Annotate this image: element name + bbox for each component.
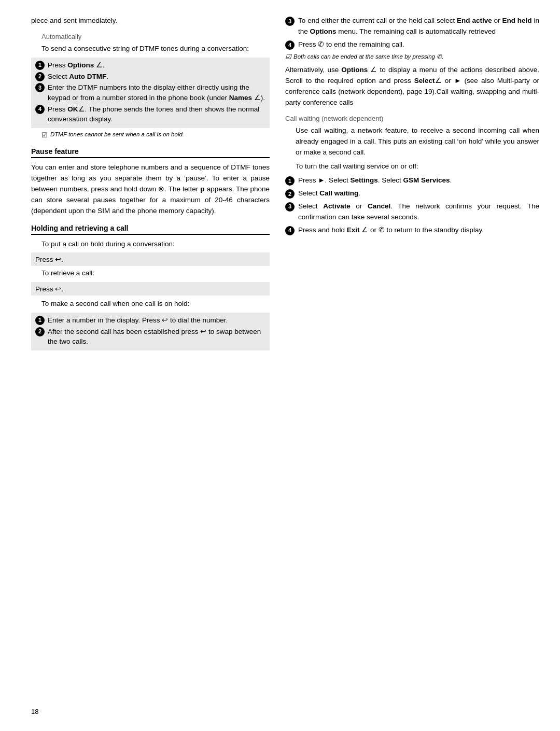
- left-column: piece and sent immediately. Automaticall…: [31, 16, 270, 715]
- hold-step-circle-2: 2: [35, 327, 45, 336]
- cw-step-4-text: Press and hold Exit ∠ or ✆ to return to …: [298, 225, 539, 236]
- both-calls-note: ☑ Both calls can be ended at the same ti…: [285, 52, 539, 62]
- call-waiting-intro: Use call waiting, a network feature, to …: [285, 125, 539, 158]
- auto-step-2: 2 Select Auto DTMF.: [35, 72, 265, 82]
- step-circle-2: 2: [35, 72, 45, 81]
- cw-step-circle-1: 1: [285, 176, 295, 186]
- alt-text: Alternatively, use Options ∠ to display …: [285, 65, 539, 108]
- dtmf-note-text: DTMF tones cannot be sent when a call is…: [50, 130, 270, 138]
- cw-step-3-text: Select Activate or Cancel. The network c…: [298, 201, 539, 223]
- call-waiting-heading: Call waiting (network dependent): [285, 114, 539, 124]
- auto-dtmf-steps-box: 1 Press Options ∠. 2 Select Auto DTMF. 3…: [31, 58, 270, 128]
- note-checkbox-icon: ☑: [41, 131, 48, 140]
- step-circle-1: 1: [35, 61, 45, 70]
- cw-step-4: 4 Press and hold Exit ∠ or ✆ to return t…: [285, 225, 539, 236]
- cw-step-1: 1 Press ►. Select Settings. Select GSM S…: [285, 175, 539, 186]
- auto-step-2-text: Select Auto DTMF.: [48, 72, 265, 82]
- retrieve-label: To retrieve a call:: [31, 268, 270, 279]
- cw-step-3: 3 Select Activate or Cancel. The network…: [285, 201, 539, 223]
- dtmf-note: ☑ DTMF tones cannot be sent when a call …: [31, 130, 270, 140]
- cw-step-2: 2 Select Call waiting.: [285, 188, 539, 199]
- right-step-3-text: To end either the current call or the he…: [298, 16, 539, 37]
- auto-step-1: 1 Press Options ∠.: [35, 60, 265, 71]
- hold-step-2-text: After the second call has been establish…: [48, 327, 265, 347]
- second-call-label: To make a second call when one call is o…: [31, 299, 270, 310]
- cw-step-circle-4: 4: [285, 226, 295, 235]
- hold-step-2: 2 After the second call has been establi…: [35, 327, 265, 347]
- press-hold-text: Press ↩.: [35, 256, 63, 263]
- hold-section-heading: Holding and retrieving a call: [31, 224, 270, 235]
- press-retrieve-text: Press ↩.: [35, 285, 63, 293]
- call-waiting-turn-on-off: To turn the call waiting service on or o…: [285, 161, 539, 172]
- right-column: 3 To end either the current call or the …: [285, 16, 539, 715]
- right-step-circle-4: 4: [285, 40, 295, 50]
- auto-step-4: 4 Press OK∠. The phone sends the tones a…: [35, 104, 265, 124]
- auto-step-4-text: Press OK∠. The phone sends the tones and…: [48, 104, 265, 124]
- hold-intro: To put a call on hold during a conversat…: [31, 239, 270, 250]
- right-step-4: 4 Press ✆ to end the remaining call.: [285, 39, 539, 50]
- right-step-3: 3 To end either the current call or the …: [285, 16, 539, 37]
- hold-step-1-text: Enter a number in the display. Press ↩ t…: [48, 315, 265, 326]
- hold-step-circle-1: 1: [35, 316, 45, 325]
- auto-step-1-text: Press Options ∠.: [48, 60, 265, 71]
- both-calls-note-text: Both calls can be ended at the same time…: [293, 52, 443, 61]
- auto-step-3-text: Enter the DTMF numbers into the display …: [48, 82, 265, 103]
- cw-step-2-text: Select Call waiting.: [298, 188, 539, 199]
- cw-step-circle-3: 3: [285, 202, 295, 212]
- auto-heading: Automatically: [31, 32, 270, 42]
- pause-body: You can enter and store telephone number…: [31, 162, 270, 217]
- both-calls-icon: ☑: [285, 52, 291, 62]
- cw-step-1-text: Press ►. Select Settings. Select GSM Ser…: [298, 175, 539, 186]
- hold-steps-box: 1 Enter a number in the display. Press ↩…: [31, 313, 270, 350]
- step-circle-3: 3: [35, 83, 45, 92]
- press-hold-box: Press ↩.: [31, 252, 270, 266]
- hold-step-1: 1 Enter a number in the display. Press ↩…: [35, 315, 265, 326]
- cw-step-circle-2: 2: [285, 189, 295, 199]
- press-retrieve-box: Press ↩.: [31, 282, 270, 296]
- right-step-circle-3: 3: [285, 17, 295, 26]
- pause-section-heading: Pause feature: [31, 147, 270, 158]
- step-circle-4: 4: [35, 105, 45, 114]
- page-number: 18: [31, 708, 38, 715]
- auto-intro: To send a consecutive string of DTMF ton…: [31, 44, 270, 54]
- intro-text: piece and sent immediately.: [31, 16, 270, 26]
- call-waiting-steps: 1 Press ►. Select Settings. Select GSM S…: [285, 175, 539, 236]
- auto-step-3: 3 Enter the DTMF numbers into the displa…: [35, 82, 265, 103]
- right-step-4-text: Press ✆ to end the remaining call.: [298, 39, 539, 50]
